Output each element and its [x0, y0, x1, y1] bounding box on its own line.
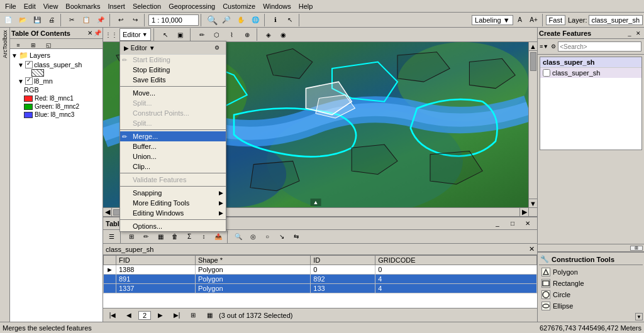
- toc-l8-checkbox[interactable]: [25, 77, 33, 85]
- cf-minimize-btn[interactable]: _: [625, 29, 634, 38]
- layer-dropdown[interactable]: class_super_sh: [589, 15, 643, 25]
- hscroll-right-btn[interactable]: ▶: [519, 208, 528, 216]
- menu-customize[interactable]: Customize: [219, 1, 259, 11]
- layer-list-entry[interactable]: class_super_sh: [540, 68, 641, 78]
- sketch-tool1[interactable]: ✏: [195, 28, 209, 41]
- menu-geoprocessing[interactable]: Geoprocessing: [165, 1, 219, 11]
- toc-l8-mn[interactable]: ▼ l8_mn: [18, 77, 101, 85]
- table-minimize-btn[interactable]: _: [491, 217, 504, 230]
- editor-menu-tools-btn[interactable]: ⚙: [212, 43, 222, 53]
- tool-ellipse[interactable]: Ellipse: [539, 300, 643, 312]
- col-header-gridcode[interactable]: GRIDCODE: [375, 256, 537, 265]
- menu-buffer[interactable]: Buffer...: [120, 141, 226, 151]
- show-all-btn[interactable]: ⊞: [186, 309, 200, 322]
- prev-page-btn[interactable]: ◀: [122, 309, 136, 322]
- menu-save-edits[interactable]: Save Edits: [120, 75, 226, 85]
- menu-editing-windows[interactable]: Editing Windows ▶: [120, 208, 226, 218]
- tool-polygon[interactable]: Polygon: [539, 266, 643, 278]
- table-unsel-btn[interactable]: ○: [260, 231, 274, 243]
- table-edit-btn[interactable]: ✏: [139, 231, 153, 243]
- col-header-id[interactable]: ID: [311, 256, 375, 265]
- sketch-tool3[interactable]: ⌇: [225, 28, 239, 41]
- table-content[interactable]: FID Shape * ID GRIDCODE ► 1388 Polygon: [103, 255, 537, 308]
- toc-close-btn[interactable]: ✕: [87, 30, 92, 36]
- table-calc-btn[interactable]: Σ: [182, 231, 196, 243]
- select-button[interactable]: ↖: [283, 14, 297, 26]
- cf-options-btn[interactable]: ⚙: [550, 40, 557, 53]
- labeling-dropdown[interactable]: Labeling ▼: [472, 15, 513, 25]
- cut-button[interactable]: ✂: [65, 14, 79, 26]
- scale-input[interactable]: 1 : 10,000: [148, 14, 199, 26]
- toolbar-grip[interactable]: ⋮⋮: [104, 28, 118, 41]
- fast-dropdown[interactable]: Fast: [546, 15, 565, 25]
- arctoolbox-tab[interactable]: ArcToolbox: [1, 28, 9, 61]
- labeling-btn2[interactable]: A+: [527, 14, 541, 26]
- table-row[interactable]: ► 1388 Polygon 0 0: [104, 265, 537, 275]
- col-header-shape[interactable]: Shape *: [195, 256, 310, 265]
- map-extent-btn[interactable]: ⊞: [630, 246, 643, 251]
- zoom-out-button[interactable]: 🔎: [219, 14, 233, 26]
- toc-pin-btn[interactable]: 📌: [94, 30, 101, 36]
- toc-layers-group[interactable]: ▼ 📁 Layers: [11, 50, 101, 60]
- vscroll-track[interactable]: [529, 51, 537, 199]
- menu-selection[interactable]: Selection: [129, 1, 165, 11]
- last-page-btn[interactable]: ▶|: [170, 309, 184, 322]
- menu-stop-editing[interactable]: Stop Editing: [120, 65, 226, 75]
- redo-button[interactable]: ↪: [128, 14, 142, 26]
- menu-help[interactable]: Help: [295, 1, 317, 11]
- page-number[interactable]: 2: [138, 311, 151, 320]
- vscroll-down-btn[interactable]: ▼: [529, 199, 537, 207]
- print-button[interactable]: 🖨: [45, 14, 58, 26]
- table-row[interactable]: 891 Polygon 892 4: [104, 275, 537, 284]
- menu-view[interactable]: View: [40, 1, 62, 11]
- vertex-tool2[interactable]: ◉: [277, 28, 291, 41]
- menu-bookmarks[interactable]: Bookmarks: [62, 1, 104, 11]
- edit-tool-btn[interactable]: ↖: [158, 28, 172, 41]
- first-page-btn[interactable]: |◀: [106, 309, 119, 322]
- vscroll-up-btn[interactable]: ▲: [529, 42, 537, 51]
- next-page-btn[interactable]: ▶: [153, 309, 167, 322]
- menu-insert[interactable]: Insert: [104, 1, 129, 11]
- tool-circle[interactable]: Circle: [539, 289, 643, 300]
- table-select-all-btn[interactable]: ▦: [153, 231, 167, 243]
- show-selected-btn[interactable]: ▦: [203, 309, 216, 322]
- table-export-btn[interactable]: 📤: [211, 231, 225, 243]
- layer-entry-checkbox[interactable]: [543, 69, 550, 77]
- cf-close-btn[interactable]: ✕: [634, 29, 643, 38]
- menu-merge[interactable]: ✏ Merge...: [120, 131, 226, 141]
- copy-button[interactable]: 📋: [79, 14, 93, 26]
- table-row[interactable]: 1337 Polygon 133 4: [104, 284, 537, 293]
- sketch-tool4[interactable]: ⊕: [240, 28, 254, 41]
- full-extent-button[interactable]: 🌐: [248, 14, 262, 26]
- table-zoom-btn[interactable]: 🔍: [231, 231, 245, 243]
- menu-clip[interactable]: Clip...: [120, 161, 226, 172]
- col-header-fid[interactable]: FID: [116, 256, 196, 265]
- menu-windows[interactable]: Windows: [259, 1, 295, 11]
- search-input[interactable]: [558, 41, 641, 52]
- table-sel-btn[interactable]: ◎: [246, 231, 260, 243]
- tool-rectangle[interactable]: Rectangle: [539, 278, 643, 289]
- table-sort-btn[interactable]: ↕: [197, 231, 211, 243]
- new-button[interactable]: 📄: [1, 14, 15, 26]
- cf-filter-btn[interactable]: ≡▼: [539, 40, 549, 53]
- table-options-btn[interactable]: ☰: [104, 231, 118, 243]
- editor-dropdown-btn[interactable]: Editor ▼: [119, 28, 151, 41]
- table-layer-close[interactable]: ✕: [529, 245, 535, 253]
- table-move-btn[interactable]: ↘: [275, 231, 289, 243]
- menu-edit[interactable]: Edit: [20, 1, 40, 11]
- sketch-tool2[interactable]: ⬡: [210, 28, 224, 41]
- ct-scroll-down[interactable]: ▼: [635, 313, 643, 320]
- vertex-tool1[interactable]: ◈: [262, 28, 275, 41]
- col-header-rownum[interactable]: [104, 256, 116, 265]
- identify-button[interactable]: ℹ: [269, 14, 282, 26]
- pan-button[interactable]: ✋: [234, 14, 248, 26]
- zoom-in-button[interactable]: 🔍: [205, 14, 219, 26]
- table-swap-btn[interactable]: ⇆: [289, 231, 303, 243]
- table-del-btn[interactable]: 🗑: [168, 231, 182, 243]
- menu-more-tools[interactable]: More Editing Tools ▶: [120, 198, 226, 208]
- menu-options[interactable]: Options...: [120, 221, 226, 231]
- table-maximize-btn[interactable]: □: [506, 217, 519, 230]
- labeling-btn1[interactable]: A: [513, 14, 527, 26]
- table-add-col-btn[interactable]: ⊞: [125, 231, 138, 243]
- hscroll-left-btn[interactable]: ◀: [103, 208, 112, 216]
